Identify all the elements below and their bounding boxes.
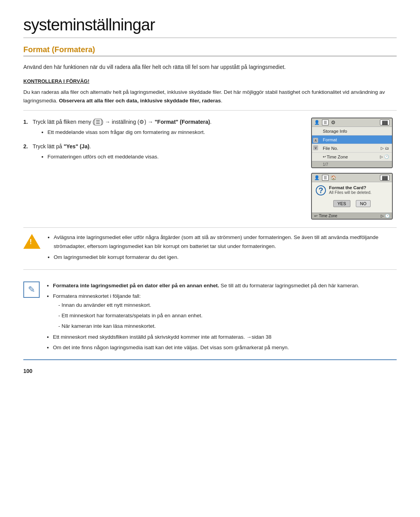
battery-indicator-2: ▓▓ <box>380 175 390 181</box>
intro-text: Använd den här funktionen när du vill ra… <box>23 63 397 71</box>
menu-row-fileno[interactable]: File No. ▷ 🗂 <box>312 144 392 153</box>
page-title: systeminställningar <box>23 16 397 38</box>
caution-bullet-2: Om lagringsmediet blir korrupt formatera… <box>54 253 397 262</box>
home-icon: 🏠 <box>331 175 336 180</box>
step-2-number: 2. <box>23 142 30 151</box>
battery-indicator: ▓▓ <box>380 120 390 125</box>
page-number: 100 <box>23 368 397 374</box>
warning-block: KONTROLLERA I FÖRVÄG! Du kan raderas all… <box>23 77 397 111</box>
note-box: ✎ Formatera inte lagringsmediet på en da… <box>23 276 397 360</box>
note-icon: ✎ <box>23 281 40 298</box>
person-icon: 👤 <box>314 120 320 125</box>
step-2-text: Tryck lätt på "Yes" (Ja). Formateringen … <box>33 142 299 161</box>
dialog-area: ? Format the Card? All Files will be del… <box>312 182 392 213</box>
page-indicator: 1/7 <box>312 161 392 167</box>
cam-screen-1-topbar: 👤 ☰ ⚙ ▓▓ <box>312 118 392 127</box>
menu-row-storage[interactable]: Storage Info <box>312 127 392 135</box>
step-1: 1. Tryck lätt på fliken meny (☰) → instä… <box>23 118 299 137</box>
note-content: Formatera inte lagringsmediet på en dato… <box>45 281 397 354</box>
section-heading: Format (Formatera) <box>23 45 397 56</box>
back-icon-2: ↩ <box>314 214 317 218</box>
storage-info-label: Storage Info <box>323 129 389 134</box>
dialog-content: ? Format the Card? All Files will be del… <box>316 185 388 195</box>
dialog-line1: Format the Card? <box>329 185 371 190</box>
format-label: Format <box>323 137 389 142</box>
cam2-icons: 👤 ☰ 🏠 <box>314 175 336 181</box>
note-bullet-3: Ett minneskort med skyddsfliken inställd… <box>53 333 397 341</box>
cam2-bottom-bar: ↩ Time Zone ▷ 🕐 <box>312 213 392 219</box>
step-1-text: Tryck lätt på fliken meny (☰) → inställn… <box>33 118 299 137</box>
nav-up-arrow[interactable]: ∧ <box>313 138 318 143</box>
caution-box: Avlägsna inte lagringsmediet eller utför… <box>23 227 397 270</box>
menu-row-format[interactable]: Format <box>312 135 392 144</box>
note-sub-1: Innan du använder ett nytt minneskort. <box>58 301 397 309</box>
step-1-bullet: Ett meddelande visas som frågar dig om f… <box>47 128 299 137</box>
cam-screen-2-topbar: 👤 ☰ 🏠 ▓▓ <box>312 174 392 182</box>
menu-tab-icon: ☰ <box>322 120 329 125</box>
note-sub-2: Ett minneskort har formaterats/spelats i… <box>58 311 397 320</box>
cam-icons: 👤 ☰ ⚙ <box>314 120 336 125</box>
timezone-label: Time Zone <box>327 155 380 159</box>
step-1-number: 1. <box>23 118 30 127</box>
warning-body: Du kan raderas alla filer och alternativ… <box>23 88 397 105</box>
dialog-line2: All Files will be deleted. <box>329 190 371 195</box>
yes-button[interactable]: YES <box>333 200 350 207</box>
caution-content: Avlägsna inte lagringsmediet eller utför… <box>46 233 397 264</box>
cam-screen-2: 👤 ☰ 🏠 ▓▓ ? Format the Card? All Files wi… <box>311 173 393 220</box>
instructions: 1. Tryck lätt på fliken meny (☰) → instä… <box>23 118 299 220</box>
main-content: 1. Tryck lätt på fliken meny (☰) → instä… <box>23 118 397 220</box>
timezone-right-2: ▷ 🕐 <box>381 214 390 218</box>
fileno-right: ▷ 🗂 <box>381 146 389 150</box>
note-bullet-4: Om det inte finns någon lagringsmedia is… <box>53 343 397 352</box>
menu-rows: Storage Info Format File No. ▷ 🗂 ↩ Time … <box>312 127 392 161</box>
back-arrow-icon: ↩ <box>323 155 326 159</box>
note-sub-3: När kameran inte kan läsa minneskortet. <box>58 322 397 331</box>
dialog-text: Format the Card? All Files will be delet… <box>329 185 371 195</box>
timezone-right: ▷ 🕐 <box>380 155 389 159</box>
dialog-buttons: YES NO <box>316 199 388 209</box>
step-2: 2. Tryck lätt på "Yes" (Ja). Formatering… <box>23 142 299 161</box>
no-button[interactable]: NO <box>356 200 371 207</box>
ui-screenshots: 👤 ☰ ⚙ ▓▓ ∧ ∨ Storage Info Format <box>311 118 397 220</box>
cam-screen-1: 👤 ☰ ⚙ ▓▓ ∧ ∨ Storage Info Format <box>311 118 393 168</box>
fileno-label: File No. <box>323 146 381 151</box>
note-bullet-1: Formatera inte lagringsmediet på en dato… <box>53 281 397 290</box>
triangle-warning-icon <box>23 234 40 249</box>
gear-icon: ⚙ <box>139 119 144 125</box>
nav-arrows: ∧ ∨ <box>313 127 318 161</box>
caution-icon <box>23 233 40 250</box>
menu-tab-icon-2: ☰ <box>322 175 329 181</box>
menu-row-timezone[interactable]: ↩ Time Zone ▷ 🕐 <box>312 153 392 161</box>
menu-icon: ☰ <box>94 119 102 125</box>
note-bullet-2: Formatera minneskortet i följande fall: … <box>53 292 397 331</box>
timezone-label-2: Time Zone <box>319 214 337 218</box>
caution-bullet-1: Avlägsna inte lagringsmediet eller utför… <box>54 233 397 251</box>
settings-icon: ⚙ <box>331 120 336 125</box>
warning-heading: KONTROLLERA I FÖRVÄG! <box>23 77 397 86</box>
nav-down-arrow[interactable]: ∨ <box>313 145 318 150</box>
dialog-question-icon: ? <box>316 185 326 195</box>
person-icon-2: 👤 <box>314 175 320 180</box>
step-2-bullet: Formateringen utförs och ett meddelande … <box>47 153 299 161</box>
menu-area: ∧ ∨ Storage Info Format File No. ▷ 🗂 <box>312 127 392 161</box>
